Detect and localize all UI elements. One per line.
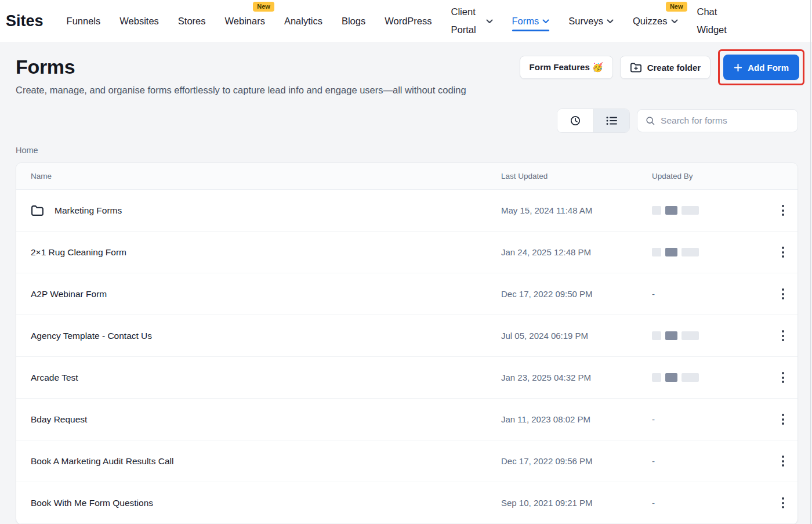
nav-item-webinars[interactable]: New Webinars xyxy=(225,0,265,42)
table-body: Marketing Forms May 15, 2024 11:48 AM 2×… xyxy=(16,190,798,524)
row-menu-button[interactable] xyxy=(777,493,789,513)
row-last-updated: Dec 17, 2022 09:50 PM xyxy=(501,289,652,299)
nav-item-analytics[interactable]: Analytics xyxy=(284,0,322,42)
table-row[interactable]: Book With Me Form Questions Sep 10, 2021… xyxy=(16,482,798,524)
row-menu-button[interactable] xyxy=(777,326,789,346)
table-row[interactable]: Arcade Test Jan 23, 2025 04:32 PM xyxy=(16,357,798,399)
table-row[interactable]: Book A Marketing Audit Results Call Dec … xyxy=(16,440,798,482)
nav-item-stores[interactable]: Stores xyxy=(178,0,206,42)
breadcrumb[interactable]: Home xyxy=(16,146,798,155)
search-input[interactable] xyxy=(661,115,789,126)
nav-item-forms[interactable]: Forms xyxy=(512,0,550,42)
table-row[interactable]: A2P Webinar Form Dec 17, 2022 09:50 PM - xyxy=(16,273,798,315)
nav-item-quizzes[interactable]: New Quizzes xyxy=(633,0,678,42)
nav-item-funnels[interactable]: Funnels xyxy=(67,0,101,42)
row-last-updated: Jan 23, 2025 04:32 PM xyxy=(501,373,652,382)
chevron-down-icon xyxy=(542,19,549,24)
nav-item-label: Chat Widget xyxy=(697,3,728,39)
view-toggle xyxy=(557,109,630,133)
redacted-avatar-block xyxy=(682,248,699,256)
row-menu-button[interactable] xyxy=(777,451,789,471)
search-icon xyxy=(646,115,655,126)
row-updated-by xyxy=(652,331,768,340)
page-subtitle: Create, manage, and organise forms effor… xyxy=(16,85,466,96)
row-menu-button[interactable] xyxy=(777,367,789,388)
nav-item-label: Webinars xyxy=(225,16,265,27)
add-form-button[interactable]: Add Form xyxy=(723,55,799,80)
row-name: Book A Marketing Audit Results Call xyxy=(31,456,173,467)
row-actions-cell xyxy=(768,200,798,221)
chevron-down-icon xyxy=(486,19,493,24)
column-header-name: Name xyxy=(16,172,501,180)
list-toolbar xyxy=(16,109,798,133)
redacted-avatar-block xyxy=(665,248,677,256)
top-navigation: Sites Funnels Websites Stores New Webina… xyxy=(0,0,812,42)
table-row[interactable]: Bday Request Jan 11, 2023 08:02 PM - xyxy=(16,399,798,440)
row-updated-by: - xyxy=(652,498,768,508)
row-name: A2P Webinar Form xyxy=(31,289,107,299)
row-last-updated: Dec 17, 2022 09:56 PM xyxy=(501,456,652,466)
nav-item-blogs[interactable]: Blogs xyxy=(342,0,365,42)
nav-item-websites[interactable]: Websites xyxy=(119,0,159,42)
row-name-cell: Agency Template - Contact Us xyxy=(16,331,501,341)
nav-item-label: WordPress xyxy=(385,16,432,27)
row-updated-by: - xyxy=(652,456,768,466)
row-name: Marketing Forms xyxy=(55,205,122,216)
folder-icon xyxy=(31,205,44,216)
row-actions-cell xyxy=(768,409,798,429)
redacted-avatar-block xyxy=(652,206,661,215)
page-header: Forms Create, manage, and organise forms… xyxy=(16,56,798,96)
row-menu-button[interactable] xyxy=(777,409,789,429)
table-row[interactable]: Marketing Forms May 15, 2024 11:48 AM xyxy=(16,190,798,232)
nav-item-label: Blogs xyxy=(342,16,365,27)
row-name: Agency Template - Contact Us xyxy=(31,331,152,341)
redacted-avatar-block xyxy=(652,331,661,340)
table-row[interactable]: Agency Template - Contact Us Jul 05, 202… xyxy=(16,315,798,357)
row-actions-cell xyxy=(768,284,798,304)
create-folder-button[interactable]: Create folder xyxy=(620,56,711,79)
row-name-cell: 2×1 Rug Cleaning Form xyxy=(16,247,501,258)
nav-item-wordpress[interactable]: WordPress xyxy=(385,0,432,42)
form-features-label: Form Features 🥳 xyxy=(530,62,603,73)
row-name: 2×1 Rug Cleaning Form xyxy=(31,247,126,258)
brand-logo[interactable]: Sites xyxy=(6,0,44,42)
page-header-text: Forms Create, manage, and organise forms… xyxy=(16,56,466,96)
folder-plus-icon xyxy=(630,62,642,73)
row-name: Bday Request xyxy=(31,414,87,425)
row-menu-button[interactable] xyxy=(777,242,789,262)
row-actions-cell xyxy=(768,242,798,262)
clock-icon xyxy=(570,115,581,127)
row-last-updated: Sep 10, 2021 09:21 PM xyxy=(501,498,652,508)
row-updated-by xyxy=(652,206,768,215)
list-view-button[interactable] xyxy=(593,109,629,132)
list-icon xyxy=(606,116,618,125)
row-last-updated: May 15, 2024 11:48 AM xyxy=(501,205,652,215)
row-last-updated: Jul 05, 2024 06:19 PM xyxy=(501,331,652,341)
row-last-updated: Jan 24, 2025 12:48 PM xyxy=(501,247,652,257)
new-badge: New xyxy=(253,2,274,12)
annotation-highlight: Add Form xyxy=(718,49,804,85)
redacted-avatar-block xyxy=(682,373,699,382)
nav-item-client-portal[interactable]: Client Portal xyxy=(451,0,493,42)
row-menu-button[interactable] xyxy=(777,284,789,304)
redacted-avatar-block xyxy=(652,373,661,382)
table-row[interactable]: 2×1 Rug Cleaning Form Jan 24, 2025 12:48… xyxy=(16,232,798,273)
nav-item-label: Quizzes xyxy=(633,16,668,27)
nav-item-chat-widget[interactable]: Chat Widget xyxy=(697,0,728,42)
redacted-avatar-block xyxy=(665,206,677,215)
new-badge: New xyxy=(666,2,687,12)
header-actions: Form Features 🥳 Create folder Add Form xyxy=(520,56,798,85)
nav-item-label: Forms xyxy=(512,16,539,27)
recent-view-button[interactable] xyxy=(557,109,593,132)
nav-items: Funnels Websites Stores New Webinars Ana… xyxy=(67,0,728,42)
row-name: Arcade Test xyxy=(31,373,78,383)
redacted-avatar-block xyxy=(652,248,661,256)
nav-item-surveys[interactable]: Surveys xyxy=(568,0,614,42)
row-menu-button[interactable] xyxy=(777,200,789,221)
chevron-down-icon xyxy=(671,19,678,24)
redacted-avatar-block xyxy=(665,373,677,382)
row-last-updated: Jan 11, 2023 08:02 PM xyxy=(501,414,652,424)
form-features-button[interactable]: Form Features 🥳 xyxy=(520,56,613,79)
row-updated-by xyxy=(652,373,768,382)
nav-item-label: Websites xyxy=(119,16,159,27)
